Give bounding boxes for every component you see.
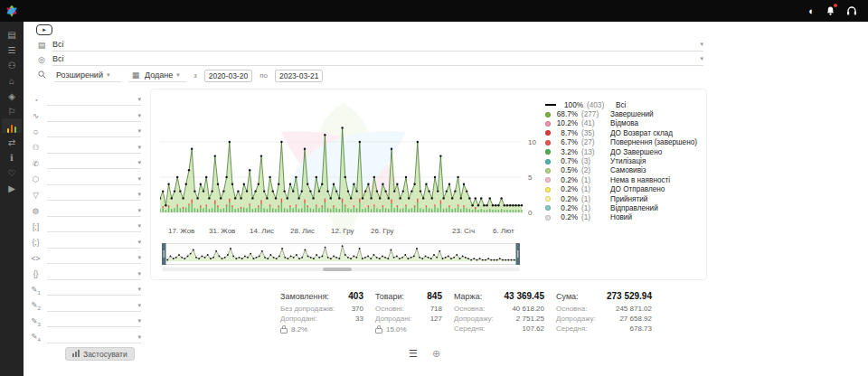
nav-info[interactable]: ℹ <box>2 149 22 164</box>
filter-select-code-d[interactable]: ▾ <box>47 268 141 280</box>
stat-row: Допродані:127 <box>375 314 442 324</box>
filter-select-code-b[interactable]: ▾ <box>47 237 141 249</box>
nav-dashboard[interactable]: ▤ <box>2 26 22 41</box>
pencil-3-icon: ✎3 <box>29 316 42 327</box>
legend-count: (3) <box>581 157 607 165</box>
filter-select-package[interactable]: ▾ <box>47 174 141 185</box>
stat-row: Допродажу:2 751.25 <box>454 314 544 324</box>
nav-products[interactable]: ◈ <box>2 88 22 102</box>
filter-select-funnel[interactable]: ▾ <box>47 189 141 201</box>
nav-clients[interactable]: ⚇ <box>2 57 22 71</box>
filter-select-pie[interactable]: ▾ <box>47 94 141 106</box>
legend-item[interactable]: 0.2%(1)Нема в наявності <box>545 175 704 184</box>
legend-item[interactable]: 8.7%(35)ДО Возврат склад <box>545 128 704 137</box>
target-icon: ◎ <box>36 55 47 64</box>
stat-column-1: Замовлення:403Без допродажів:370Допродан… <box>280 291 363 334</box>
chart-scrollbar-thumb[interactable] <box>323 268 352 271</box>
nav-statistics[interactable] <box>2 118 22 133</box>
legend-item[interactable]: 0.2%(1)Прийнятий <box>545 194 704 203</box>
date-field-value: Додане <box>145 70 173 80</box>
legend-label: Нема в наявності <box>610 176 670 184</box>
legend-item[interactable]: 100%(403)Всі <box>545 100 704 109</box>
chart-scrollbar[interactable] <box>162 268 520 271</box>
status-filter-select[interactable]: Всі ▾ <box>52 38 703 52</box>
chevron-down-icon: ▾ <box>176 71 180 79</box>
legend-item[interactable]: 0.2%(1)Відправлений <box>545 203 704 212</box>
stat-value: 403 <box>348 291 363 301</box>
sidebar-filter-package: ⬡▾ <box>29 172 141 188</box>
stat-row: Основна:245 871.02 <box>556 304 652 314</box>
legend-percent: 0.5% <box>554 166 578 174</box>
search-mode-select[interactable]: Розширений ▾ <box>54 69 121 82</box>
date-from-input[interactable]: 2020-03-20 <box>204 70 252 82</box>
legend-item[interactable]: 0.2%(1)ДО Отправлено <box>545 185 704 194</box>
date-field-select[interactable]: ▦ Додане ▾ <box>128 69 186 82</box>
filter-select-note-4[interactable]: ▾ <box>47 332 141 343</box>
legend-item[interactable]: 0.7%(3)Утилізація <box>545 156 704 165</box>
chevron-down-icon: ▾ <box>137 334 141 341</box>
chevron-down-icon: ▾ <box>700 41 703 48</box>
filter-select-clients[interactable]: ▾ <box>47 142 141 154</box>
braces-icon: {} <box>29 269 42 278</box>
chevron-down-icon: ▾ <box>137 96 141 103</box>
x-axis-label: 6. Лют <box>493 227 514 235</box>
nav-marketing[interactable]: ⚐ <box>2 103 22 118</box>
bag-icon <box>375 325 382 334</box>
nav-orders[interactable]: ☰ <box>2 42 22 56</box>
nav-store[interactable]: ⌂ <box>2 72 22 87</box>
filter-select-phone[interactable]: ▾ <box>47 157 141 169</box>
nav-integrations[interactable]: ⇄ <box>2 134 22 148</box>
headset-support-icon[interactable] <box>846 6 857 16</box>
sidebar-filter-code-b: {;}▾ <box>29 235 141 251</box>
legend-label: Повернення (завершено) <box>610 138 697 146</box>
apply-button[interactable]: Застосувати <box>65 347 135 361</box>
stat-header: Сума:273 529.94 <box>556 291 652 301</box>
legend-item[interactable]: 0.5%(2)Самовивіз <box>545 166 704 175</box>
legend-item[interactable]: 6.7%(27)Повернення (завершено) <box>545 138 704 147</box>
legend-swatch <box>545 177 551 183</box>
sidebar-filter-note-1: ✎1▾ <box>29 282 141 298</box>
legend-percent: 6.7% <box>554 138 578 146</box>
chevron-down-icon: ▾ <box>700 55 703 62</box>
sidebar-filter-code-c: <>▾ <box>29 250 141 267</box>
legend-item[interactable]: 0.2%(1)Новий <box>545 213 704 222</box>
filter-select-dynamics[interactable]: ▾ <box>47 110 141 122</box>
globe-icon: ◍ <box>29 206 42 215</box>
chevron-down-icon: ▾ <box>137 159 141 166</box>
stat-label: Основна: <box>556 304 587 314</box>
orders-timeline-chart[interactable]: 0510 <box>160 99 543 225</box>
legend-swatch <box>545 121 551 127</box>
filter-select-geo[interactable]: ▾ <box>47 205 141 217</box>
notifications-bell-icon[interactable] <box>826 5 835 16</box>
search-icon[interactable] <box>36 70 47 80</box>
filter-select-note-3[interactable]: ▾ <box>47 315 141 327</box>
list-view-icon[interactable]: ☰ <box>409 348 418 360</box>
stat-label: Допродажу: <box>454 314 494 324</box>
chevron-down-icon: ▾ <box>137 286 141 293</box>
tour-video-button[interactable]: ▸ <box>36 24 52 35</box>
date-to-label: по <box>259 71 268 80</box>
source-filter-select[interactable]: Всі ▾ <box>52 52 703 66</box>
filter-select-note-1[interactable]: ▾ <box>47 284 141 296</box>
source-filter-row: ◎ Всі ▾ <box>36 52 703 66</box>
filter-select-code-a[interactable]: ▾ <box>47 221 141 232</box>
legend-item[interactable]: 68.7%(277)Завершений <box>545 109 704 118</box>
stat-value: 273 529.94 <box>607 291 652 301</box>
filter-select-code-c[interactable]: ▾ <box>47 252 141 264</box>
sidebar-filter-phone: ✆▾ <box>29 155 141 172</box>
filter-select-note-2[interactable]: ▾ <box>47 300 141 312</box>
legend-item[interactable]: 3.2%(13)ДО Завершено <box>545 147 704 156</box>
chart-range-navigator[interactable] <box>162 243 520 265</box>
legend-percent: 100% <box>560 101 583 109</box>
nav-support[interactable]: ♡ <box>2 164 22 179</box>
theme-toggle-icon[interactable]: ◐ <box>808 6 815 16</box>
legend-count: (1) <box>581 195 607 203</box>
upsell-badge: 8.2% <box>280 325 363 334</box>
legend-item[interactable]: 10.2%(41)Відмова <box>545 119 704 128</box>
nav-video[interactable]: ▶ <box>2 180 22 194</box>
notification-badge <box>833 3 838 8</box>
filter-select-manager[interactable]: ▾ <box>47 126 141 137</box>
app-logo[interactable] <box>0 0 24 22</box>
date-to-input[interactable]: 2023-03-21 <box>275 70 323 82</box>
globe-icon[interactable]: ⊕ <box>432 348 440 360</box>
